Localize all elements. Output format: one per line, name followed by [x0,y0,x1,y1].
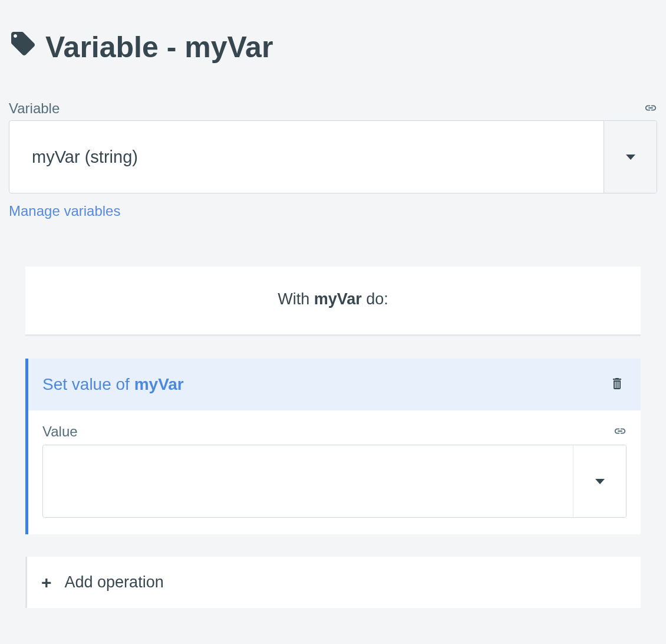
page-title-prefix: Variable - [45,31,184,64]
value-select-caret[interactable] [573,445,626,517]
page-title: Variable - myVar [9,29,657,65]
chevron-down-icon [595,479,605,484]
link-icon[interactable] [614,425,627,440]
variable-select-value[interactable]: myVar (string) [9,121,604,193]
chevron-down-icon [626,155,635,160]
variable-select-caret[interactable] [604,121,657,193]
value-select[interactable] [42,445,627,518]
operation-title-prefix: Set value of [42,375,134,393]
operation-header[interactable]: Set value of myVar [28,359,641,410]
operation-body: Value [28,410,641,534]
delete-operation-button[interactable] [610,376,624,393]
with-prefix: With [278,290,314,308]
with-header: With myVar do: [25,267,641,336]
value-field-label: Value [42,423,78,440]
operation-title: Set value of myVar [42,375,184,394]
variable-field-label: Variable [9,100,60,117]
operations-area: With myVar do: Set value of myVar Value [9,267,657,608]
page-title-varname: myVar [184,31,273,64]
operation-card: Set value of myVar Value [25,359,641,534]
tag-icon [9,29,37,65]
plus-icon: + [41,574,52,592]
variable-select[interactable]: myVar (string) [9,120,657,193]
variable-field: Variable myVar (string) Manage variables [9,100,657,219]
value-select-input[interactable] [43,445,573,517]
add-operation-label: Add operation [65,573,164,592]
add-operation-button[interactable]: + Add operation [25,557,641,608]
operation-title-var: myVar [134,375,184,393]
with-var: myVar [314,290,362,308]
link-icon[interactable] [644,101,657,117]
manage-variables-link[interactable]: Manage variables [9,203,120,219]
with-suffix: do: [362,290,388,308]
